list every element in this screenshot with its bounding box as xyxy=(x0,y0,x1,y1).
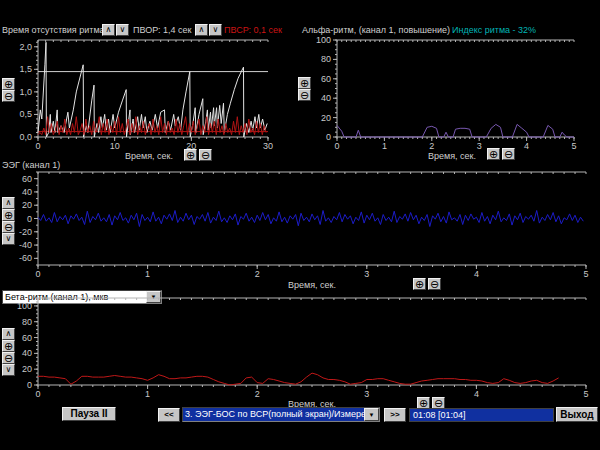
alpha-rhythm-title: Альфа-ритм, (канал 1, повышение) xyxy=(302,25,450,35)
prev-session-button[interactable]: << xyxy=(158,408,180,422)
svg-text:0: 0 xyxy=(326,132,331,142)
svg-text:100: 100 xyxy=(17,301,32,311)
exit-button[interactable]: Выход xyxy=(556,407,598,422)
svg-text:60: 60 xyxy=(22,174,32,184)
svg-text:3: 3 xyxy=(477,141,482,151)
pvor-up-button[interactable]: ∧ xyxy=(102,24,115,36)
svg-text:0: 0 xyxy=(35,141,40,151)
up-arrow-icon: ∧ xyxy=(199,26,205,34)
svg-text:-20: -20 xyxy=(19,227,32,237)
svg-text:4: 4 xyxy=(474,269,479,279)
pause-button[interactable]: Пауза II xyxy=(62,407,116,421)
svg-text:80: 80 xyxy=(321,54,331,64)
svg-text:0: 0 xyxy=(334,141,339,151)
time-axis-label: Время, сек. xyxy=(428,151,476,161)
svg-text:3: 3 xyxy=(364,389,369,399)
svg-text:30: 30 xyxy=(263,141,273,151)
svg-text:80: 80 xyxy=(22,317,32,327)
svg-text:1,0: 1,0 xyxy=(19,87,32,97)
svg-text:2: 2 xyxy=(255,269,260,279)
up-arrow-icon: ∧ xyxy=(106,26,112,34)
zoom-in-icon[interactable]: ⊕ xyxy=(184,149,197,161)
svg-text:60: 60 xyxy=(321,74,331,84)
zoom-out-icon[interactable]: ⊖ xyxy=(428,278,441,290)
double-left-arrow-icon: << xyxy=(164,411,173,419)
time-axis-label: Время, сек. xyxy=(125,151,173,161)
app-window: Время отсутствия ритма ∧ ∨ ПВОР: 1,4 сек… xyxy=(0,0,600,450)
pvsr-threshold-label: ПВСР: 0,1 сек xyxy=(224,25,282,35)
svg-text:4: 4 xyxy=(524,141,529,151)
svg-text:40: 40 xyxy=(321,93,331,103)
pvsr-up-button[interactable]: ∧ xyxy=(195,24,208,36)
svg-text:5: 5 xyxy=(571,141,576,151)
svg-text:10: 10 xyxy=(110,141,120,151)
svg-text:0: 0 xyxy=(27,214,32,224)
zoom-out-icon[interactable]: ⊖ xyxy=(502,148,515,160)
zoom-in-icon[interactable]: ⊕ xyxy=(487,148,500,160)
session-selector-value: 3. ЭЭГ-БОС по ВСР(полный экран)/Измерени… xyxy=(183,408,364,421)
session-time-display: 01:08 [01:04] xyxy=(409,408,554,422)
beta-rhythm-chart: 012345020406080100 xyxy=(0,298,600,408)
chevron-down-icon[interactable]: ▼ xyxy=(364,408,379,421)
svg-text:0: 0 xyxy=(27,380,32,390)
svg-text:0: 0 xyxy=(35,389,40,399)
rhythm-absence-title: Время отсутствия ритма xyxy=(2,25,105,35)
svg-text:4: 4 xyxy=(474,389,479,399)
svg-text:5: 5 xyxy=(583,389,588,399)
zoom-in-icon[interactable]: ⊕ xyxy=(413,278,426,290)
pvsr-down-button[interactable]: ∨ xyxy=(209,24,222,36)
pvor-threshold-label: ПВОР: 1,4 сек xyxy=(133,25,191,35)
svg-text:1: 1 xyxy=(145,389,150,399)
svg-text:1,5: 1,5 xyxy=(19,64,32,74)
svg-text:20: 20 xyxy=(22,200,32,210)
svg-text:100: 100 xyxy=(316,35,331,45)
double-right-arrow-icon: >> xyxy=(390,411,399,419)
pvor-down-button[interactable]: ∨ xyxy=(116,24,129,36)
next-session-button[interactable]: >> xyxy=(384,408,406,422)
time-axis-label: Время, сек. xyxy=(288,280,336,290)
svg-text:40: 40 xyxy=(22,348,32,358)
svg-text:60: 60 xyxy=(22,333,32,343)
svg-text:0,5: 0,5 xyxy=(19,109,32,119)
svg-text:2: 2 xyxy=(255,389,260,399)
svg-text:5: 5 xyxy=(583,269,588,279)
svg-text:2: 2 xyxy=(429,141,434,151)
down-arrow-icon: ∨ xyxy=(120,26,126,34)
svg-text:2,0: 2,0 xyxy=(19,42,32,52)
svg-text:-40: -40 xyxy=(19,240,32,250)
rhythm-absence-chart: 01020300,00,51,01,52,0 xyxy=(0,38,292,163)
svg-text:40: 40 xyxy=(22,187,32,197)
zoom-out-icon[interactable]: ⊖ xyxy=(199,149,212,161)
svg-text:0,0: 0,0 xyxy=(19,132,32,142)
down-arrow-icon: ∨ xyxy=(213,26,219,34)
svg-text:-60: -60 xyxy=(19,253,32,263)
session-selector-dropdown[interactable]: 3. ЭЭГ-БОС по ВСР(полный экран)/Измерени… xyxy=(182,407,380,422)
svg-text:0: 0 xyxy=(35,269,40,279)
svg-text:3: 3 xyxy=(364,269,369,279)
rhythm-index-label: Индекс ритма - 32% xyxy=(452,25,536,35)
svg-text:20: 20 xyxy=(321,113,331,123)
svg-text:20: 20 xyxy=(22,364,32,374)
eeg-chart: 012345-60-40-200204060 xyxy=(0,168,600,290)
svg-text:1: 1 xyxy=(382,141,387,151)
svg-text:1: 1 xyxy=(145,269,150,279)
alpha-rhythm-chart: 012345020406080100 xyxy=(295,38,600,163)
